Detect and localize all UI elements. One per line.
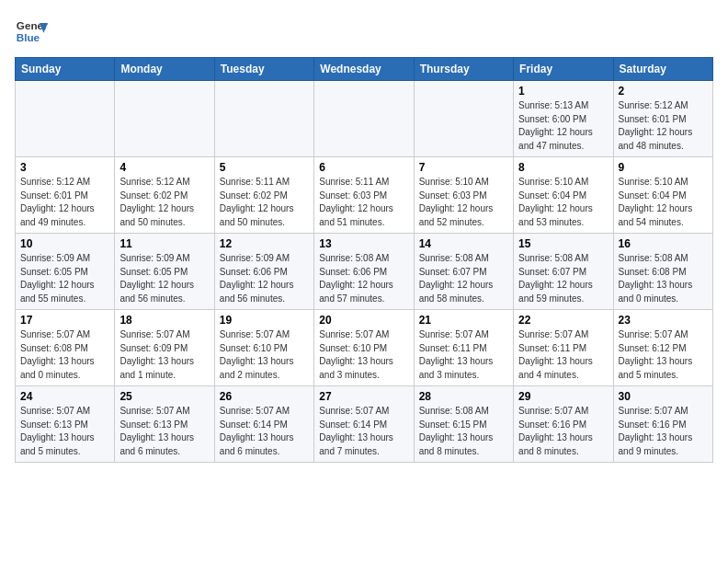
day-info: Sunrise: 5:09 AMSunset: 6:05 PMDaylight:… <box>20 252 109 305</box>
calendar-week-row: 24Sunrise: 5:07 AMSunset: 6:13 PMDayligh… <box>16 386 713 463</box>
calendar-cell: 17Sunrise: 5:07 AMSunset: 6:08 PMDayligh… <box>16 310 115 386</box>
calendar-week-row: 10Sunrise: 5:09 AMSunset: 6:05 PMDayligh… <box>16 234 713 310</box>
day-info: Sunrise: 5:07 AMSunset: 6:14 PMDaylight:… <box>220 405 309 458</box>
day-number: 20 <box>319 314 408 327</box>
day-number: 23 <box>619 314 708 327</box>
day-number: 13 <box>319 237 408 250</box>
day-number: 19 <box>220 314 309 327</box>
calendar-cell: 24Sunrise: 5:07 AMSunset: 6:13 PMDayligh… <box>16 386 115 463</box>
day-number: 7 <box>419 161 508 174</box>
day-info: Sunrise: 5:08 AMSunset: 6:07 PMDaylight:… <box>518 252 608 305</box>
calendar-cell <box>16 81 115 157</box>
day-number: 24 <box>20 390 109 403</box>
day-number: 3 <box>20 161 109 174</box>
calendar-cell: 15Sunrise: 5:08 AMSunset: 6:07 PMDayligh… <box>514 234 613 310</box>
day-info: Sunrise: 5:07 AMSunset: 6:11 PMDaylight:… <box>518 328 608 382</box>
day-number: 2 <box>619 85 708 98</box>
day-number: 17 <box>20 314 109 327</box>
day-info: Sunrise: 5:11 AMSunset: 6:03 PMDaylight:… <box>319 176 408 229</box>
calendar-cell: 9Sunrise: 5:10 AMSunset: 6:04 PMDaylight… <box>613 157 712 234</box>
calendar-cell: 3Sunrise: 5:12 AMSunset: 6:01 PMDaylight… <box>16 157 115 234</box>
day-number: 5 <box>220 161 309 174</box>
page-header: General Blue <box>15 15 713 48</box>
day-info: Sunrise: 5:12 AMSunset: 6:01 PMDaylight:… <box>20 176 109 229</box>
day-info: Sunrise: 5:11 AMSunset: 6:02 PMDaylight:… <box>220 176 309 229</box>
calendar-cell: 20Sunrise: 5:07 AMSunset: 6:10 PMDayligh… <box>314 310 414 386</box>
weekday-header: Thursday <box>414 58 513 81</box>
calendar-cell: 2Sunrise: 5:12 AMSunset: 6:01 PMDaylight… <box>613 81 712 157</box>
day-info: Sunrise: 5:12 AMSunset: 6:01 PMDaylight:… <box>619 99 708 153</box>
day-number: 28 <box>419 390 508 403</box>
day-number: 27 <box>319 390 408 403</box>
day-number: 14 <box>419 237 508 250</box>
day-info: Sunrise: 5:07 AMSunset: 6:12 PMDaylight:… <box>619 328 708 382</box>
day-number: 26 <box>220 390 309 403</box>
day-info: Sunrise: 5:07 AMSunset: 6:13 PMDaylight:… <box>119 405 209 458</box>
calendar-table: SundayMondayTuesdayWednesdayThursdayFrid… <box>15 57 713 463</box>
calendar-cell: 29Sunrise: 5:07 AMSunset: 6:16 PMDayligh… <box>514 386 613 463</box>
logo: General Blue <box>15 15 48 48</box>
calendar-cell: 1Sunrise: 5:13 AMSunset: 6:00 PMDaylight… <box>514 81 613 157</box>
day-info: Sunrise: 5:07 AMSunset: 6:16 PMDaylight:… <box>518 405 608 458</box>
calendar-cell <box>414 81 513 157</box>
weekday-header: Monday <box>115 58 214 81</box>
weekday-header: Tuesday <box>214 58 313 81</box>
day-number: 15 <box>518 237 608 250</box>
day-number: 12 <box>220 237 309 250</box>
day-info: Sunrise: 5:07 AMSunset: 6:13 PMDaylight:… <box>20 405 109 458</box>
day-number: 21 <box>419 314 508 327</box>
day-info: Sunrise: 5:10 AMSunset: 6:03 PMDaylight:… <box>419 176 508 229</box>
day-info: Sunrise: 5:07 AMSunset: 6:14 PMDaylight:… <box>319 405 408 458</box>
day-info: Sunrise: 5:13 AMSunset: 6:00 PMDaylight:… <box>518 99 608 153</box>
weekday-header: Wednesday <box>314 58 414 81</box>
weekday-header: Sunday <box>16 58 115 81</box>
calendar-cell: 27Sunrise: 5:07 AMSunset: 6:14 PMDayligh… <box>314 386 414 463</box>
day-number: 10 <box>20 237 109 250</box>
calendar-cell: 23Sunrise: 5:07 AMSunset: 6:12 PMDayligh… <box>613 310 712 386</box>
calendar-cell: 26Sunrise: 5:07 AMSunset: 6:14 PMDayligh… <box>214 386 313 463</box>
calendar-header-row: SundayMondayTuesdayWednesdayThursdayFrid… <box>16 58 713 81</box>
calendar-cell: 10Sunrise: 5:09 AMSunset: 6:05 PMDayligh… <box>16 234 115 310</box>
calendar-cell: 16Sunrise: 5:08 AMSunset: 6:08 PMDayligh… <box>613 234 712 310</box>
calendar-cell: 28Sunrise: 5:08 AMSunset: 6:15 PMDayligh… <box>414 386 513 463</box>
calendar-cell: 6Sunrise: 5:11 AMSunset: 6:03 PMDaylight… <box>314 157 414 234</box>
calendar-cell <box>214 81 313 157</box>
day-info: Sunrise: 5:08 AMSunset: 6:06 PMDaylight:… <box>319 252 408 305</box>
day-number: 1 <box>518 85 608 98</box>
weekday-header: Friday <box>514 58 613 81</box>
day-number: 9 <box>619 161 708 174</box>
calendar-cell: 8Sunrise: 5:10 AMSunset: 6:04 PMDaylight… <box>514 157 613 234</box>
day-info: Sunrise: 5:08 AMSunset: 6:15 PMDaylight:… <box>419 405 508 458</box>
calendar-week-row: 1Sunrise: 5:13 AMSunset: 6:00 PMDaylight… <box>16 81 713 157</box>
calendar-cell: 13Sunrise: 5:08 AMSunset: 6:06 PMDayligh… <box>314 234 414 310</box>
day-info: Sunrise: 5:10 AMSunset: 6:04 PMDaylight:… <box>518 176 608 229</box>
calendar-cell: 7Sunrise: 5:10 AMSunset: 6:03 PMDaylight… <box>414 157 513 234</box>
day-number: 22 <box>518 314 608 327</box>
calendar-cell: 14Sunrise: 5:08 AMSunset: 6:07 PMDayligh… <box>414 234 513 310</box>
day-info: Sunrise: 5:09 AMSunset: 6:06 PMDaylight:… <box>220 252 309 305</box>
day-info: Sunrise: 5:10 AMSunset: 6:04 PMDaylight:… <box>619 176 708 229</box>
calendar-cell: 18Sunrise: 5:07 AMSunset: 6:09 PMDayligh… <box>115 310 214 386</box>
day-info: Sunrise: 5:07 AMSunset: 6:16 PMDaylight:… <box>619 405 708 458</box>
day-number: 18 <box>119 314 209 327</box>
day-number: 11 <box>119 237 209 250</box>
calendar-cell: 30Sunrise: 5:07 AMSunset: 6:16 PMDayligh… <box>613 386 712 463</box>
day-number: 16 <box>619 237 708 250</box>
logo-icon: General Blue <box>15 15 48 48</box>
calendar-cell: 19Sunrise: 5:07 AMSunset: 6:10 PMDayligh… <box>214 310 313 386</box>
calendar-cell: 22Sunrise: 5:07 AMSunset: 6:11 PMDayligh… <box>514 310 613 386</box>
day-number: 4 <box>119 161 209 174</box>
day-info: Sunrise: 5:07 AMSunset: 6:11 PMDaylight:… <box>419 328 508 382</box>
svg-text:Blue: Blue <box>17 31 40 43</box>
day-number: 6 <box>319 161 408 174</box>
calendar-cell: 21Sunrise: 5:07 AMSunset: 6:11 PMDayligh… <box>414 310 513 386</box>
day-number: 30 <box>619 390 708 403</box>
calendar-cell <box>314 81 414 157</box>
day-number: 8 <box>518 161 608 174</box>
calendar-cell: 12Sunrise: 5:09 AMSunset: 6:06 PMDayligh… <box>214 234 313 310</box>
calendar-cell: 5Sunrise: 5:11 AMSunset: 6:02 PMDaylight… <box>214 157 313 234</box>
day-info: Sunrise: 5:07 AMSunset: 6:08 PMDaylight:… <box>20 328 109 382</box>
day-info: Sunrise: 5:07 AMSunset: 6:10 PMDaylight:… <box>319 328 408 382</box>
day-info: Sunrise: 5:07 AMSunset: 6:09 PMDaylight:… <box>119 328 209 382</box>
day-info: Sunrise: 5:07 AMSunset: 6:10 PMDaylight:… <box>220 328 309 382</box>
